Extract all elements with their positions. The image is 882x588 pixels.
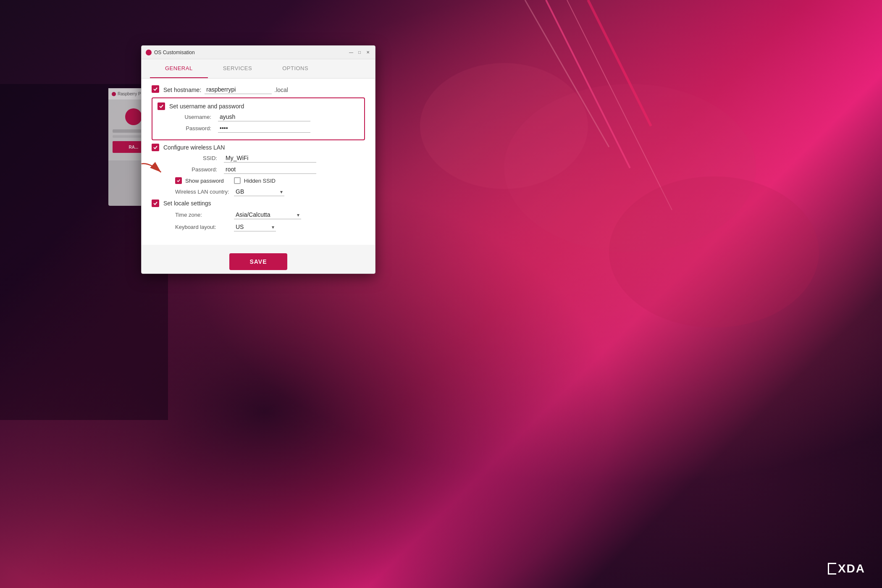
xda-logo: XDA	[828, 562, 865, 575]
xda-text: XDA	[838, 562, 865, 575]
show-password-label: Show password	[185, 178, 224, 184]
wireless-checkbox[interactable]	[152, 144, 159, 151]
ssid-field-row: SSID:	[163, 154, 365, 163]
keyboard-label: Keyboard layout:	[175, 224, 234, 230]
hostname-label-row: Set hostname: .local	[163, 85, 288, 94]
raspberry-svg	[147, 50, 151, 55]
country-select[interactable]: GB US DE FR IN AU	[234, 187, 284, 196]
hostname-suffix: .local	[274, 87, 288, 93]
dialog-titlebar: OS Customisation — □ ✕	[142, 46, 375, 59]
username-input[interactable]	[218, 113, 310, 121]
password-label: Password:	[169, 125, 211, 131]
wireless-fields: SSID: Password:	[152, 154, 365, 196]
check-icon-2	[159, 104, 164, 109]
country-label: Wireless LAN country:	[175, 189, 234, 195]
hostname-label: Set hostname:	[163, 87, 201, 93]
close-button[interactable]: ✕	[365, 50, 371, 55]
timezone-dropdown-wrapper: Asia/Calcutta UTC Europe/London America/…	[234, 210, 301, 219]
arrow-pointer	[139, 160, 172, 185]
dialog-wrapper: OS Customisation — □ ✕ GENERAL SERVICES …	[141, 45, 375, 274]
timezone-select[interactable]: Asia/Calcutta UTC Europe/London America/…	[234, 210, 301, 219]
wifi-password-field-row: Password:	[163, 165, 365, 174]
wifi-password-input[interactable]	[224, 165, 316, 174]
tab-services[interactable]: SERVICES	[208, 59, 268, 78]
keyboard-dropdown-wrapper: US GB DE FR ▾	[234, 223, 276, 231]
wireless-label: Configure wireless LAN	[163, 144, 225, 151]
country-dropdown-wrapper: GB US DE FR IN AU ▾	[234, 187, 284, 196]
hostname-input-row: .local	[205, 85, 288, 94]
minimize-button[interactable]: —	[348, 50, 354, 55]
hidden-ssid-label: Hidden SSID	[244, 178, 276, 184]
country-row: Wireless LAN country: GB US DE FR IN AU …	[163, 187, 365, 196]
wireless-section: Configure wireless LAN SSID: Password:	[152, 144, 365, 196]
xda-bracket	[828, 563, 836, 575]
show-password-item[interactable]: Show password	[175, 177, 224, 184]
os-customisation-dialog: OS Customisation — □ ✕ GENERAL SERVICES …	[141, 45, 375, 274]
wireless-header: Configure wireless LAN	[152, 144, 365, 151]
check-icon-3	[153, 145, 158, 150]
ssid-label: SSID:	[175, 155, 217, 161]
svg-point-6	[420, 63, 588, 189]
username-password-header: Set username and password	[158, 102, 359, 110]
dialog-content: Set hostname: .local Set username and pa	[142, 79, 375, 245]
keyboard-select[interactable]: US GB DE FR	[234, 223, 276, 231]
show-password-checkbox[interactable]	[175, 177, 182, 184]
maximize-button[interactable]: □	[357, 50, 362, 55]
locale-fields: Time zone: Asia/Calcutta UTC Europe/Lond…	[152, 210, 365, 231]
hostname-input[interactable]	[205, 85, 272, 94]
save-row: SAVE	[142, 245, 375, 273]
svg-point-5	[609, 176, 819, 328]
show-password-check-icon	[176, 178, 181, 183]
bg-window-title: Raspberry Pi	[118, 92, 142, 96]
locale-section: Set locale settings Time zone: Asia/Calc…	[152, 200, 365, 231]
username-field-row: Username:	[158, 113, 359, 121]
tab-bar: GENERAL SERVICES OPTIONS	[142, 59, 375, 79]
username-label: Username:	[169, 114, 211, 120]
save-button[interactable]: SAVE	[229, 253, 287, 270]
username-password-section: Set username and password Username: Pass…	[152, 97, 365, 140]
wifi-password-label: Password:	[175, 166, 217, 173]
dialog-title-left: OS Customisation	[146, 50, 195, 55]
locale-header: Set locale settings	[152, 200, 365, 207]
tab-general[interactable]: GENERAL	[150, 59, 208, 78]
svg-point-9	[147, 51, 150, 54]
raspberry-logo	[125, 108, 142, 125]
password-field-row: Password:	[158, 124, 359, 133]
password-input[interactable]	[218, 124, 310, 133]
tab-options[interactable]: OPTIONS	[267, 59, 323, 78]
timezone-row: Time zone: Asia/Calcutta UTC Europe/Lond…	[163, 210, 365, 219]
wifi-options-row: Show password Hidden SSID	[163, 177, 365, 184]
username-checkbox[interactable]	[158, 102, 165, 110]
locale-label: Set locale settings	[163, 200, 211, 207]
keyboard-row: Keyboard layout: US GB DE FR ▾	[163, 223, 365, 231]
hostname-checkbox[interactable]	[152, 85, 159, 93]
hidden-ssid-item[interactable]: Hidden SSID	[234, 177, 276, 184]
dialog-controls: — □ ✕	[348, 50, 371, 55]
hostname-section: Set hostname: .local	[152, 85, 365, 94]
dialog-title-text: OS Customisation	[154, 50, 195, 55]
raspberry-pi-icon	[146, 50, 152, 55]
username-password-label: Set username and password	[169, 103, 244, 110]
check-icon-4	[153, 201, 158, 206]
timezone-label: Time zone:	[175, 212, 234, 218]
hidden-ssid-checkbox[interactable]	[234, 177, 241, 184]
bg-ra-label: RA...	[129, 145, 139, 150]
bg-window-icon	[112, 92, 116, 96]
locale-checkbox[interactable]	[152, 200, 159, 207]
check-icon	[153, 87, 158, 92]
ssid-input[interactable]	[224, 154, 316, 163]
